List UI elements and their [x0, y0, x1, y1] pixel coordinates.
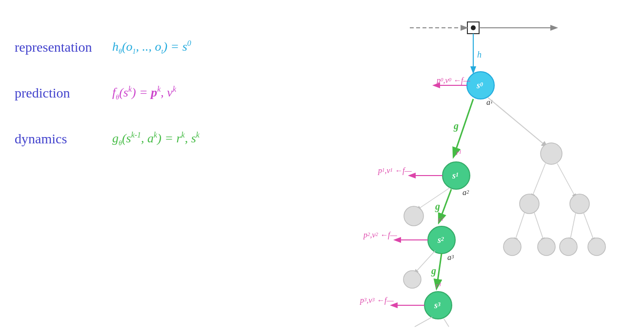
branch-gray1-left [532, 163, 545, 198]
gray-node-3 [570, 194, 589, 214]
f2-label: p2,v2 ←f— [363, 231, 398, 239]
branch-gray3-right [584, 213, 594, 241]
left-panel: representation hθ(o1, .., ot) = s0 predi… [15, 39, 298, 177]
a3-label: a3 [447, 253, 454, 261]
gray-node-6 [560, 238, 577, 256]
branch-gray1-right [557, 163, 576, 198]
g3-label: g [431, 265, 436, 277]
branch-s3-left [415, 317, 432, 327]
gray-node-1 [541, 143, 562, 164]
prediction-formula: fθ(sk) = pk, vk [112, 85, 176, 101]
branch-gray3-left [570, 213, 576, 241]
r2-label: r2 [438, 216, 443, 223]
representation-row: representation hθ(o1, .., ot) = s0 [15, 39, 298, 56]
representation-label: representation [15, 40, 112, 55]
r1-label: r1 [456, 149, 462, 157]
gray-node-2 [520, 194, 539, 214]
prediction-label: prediction [15, 85, 112, 101]
g1-label: g [453, 120, 459, 132]
branch-s0-right [488, 98, 546, 146]
g2-label: g [435, 201, 440, 212]
dynamics-label: dynamics [15, 131, 112, 147]
h-label: h [477, 50, 482, 59]
dynamics-formula: gθ(sk-1, ak) = rk, sk [112, 131, 200, 147]
r3-label: r3 [436, 281, 441, 289]
a2-label: a2 [463, 188, 469, 197]
f1-label: p1,v1 ←f— [378, 166, 412, 175]
right-panel: h s0 p0,v0 ←f— a1 g r1 s1 p1,v1 ←f— a2 g… [312, 0, 644, 336]
dynamics-row: dynamics gθ(sk-1, ak) = rk, sk [15, 131, 298, 147]
gray-node-4 [503, 238, 521, 256]
gray-node-9 [403, 271, 421, 288]
branch-gray2-right [534, 213, 544, 241]
f0-label: p0,v0 ←f— [436, 76, 471, 85]
branch-gray2-left [515, 213, 524, 241]
input-dot [471, 25, 476, 30]
representation-formula: hθ(o1, .., ot) = s0 [112, 39, 191, 56]
f3-label: p3,v3 ←f— [360, 296, 394, 305]
gray-node-7 [588, 238, 605, 256]
gray-node-5 [538, 238, 555, 256]
gray-node-8 [404, 206, 423, 226]
prediction-row: prediction fθ(sk) = pk, vk [15, 85, 298, 101]
branch-s3-right [444, 319, 449, 327]
